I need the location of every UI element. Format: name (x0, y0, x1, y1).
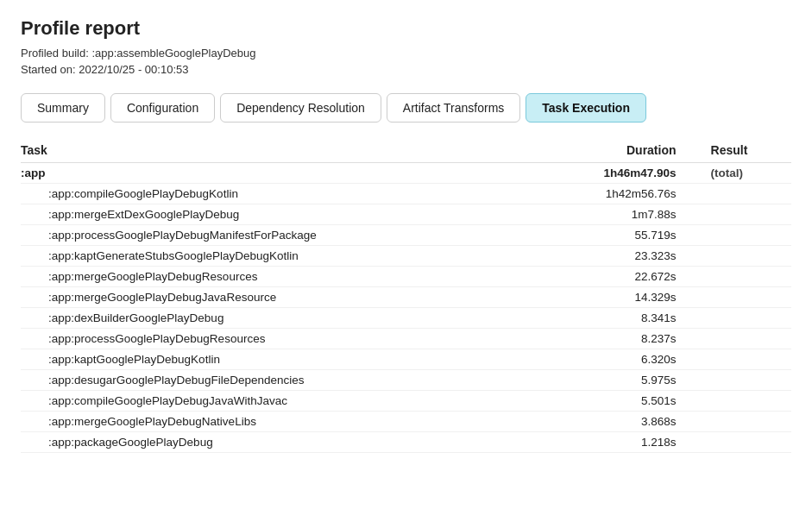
task-name: :app:processGooglePlayDebugManifestForPa… (21, 225, 531, 246)
task-duration: 6.320s (531, 349, 703, 370)
table-row: :app:processGooglePlayDebugResources8.23… (21, 329, 791, 349)
task-duration: 8.341s (531, 308, 703, 329)
task-duration: 1m7.88s (531, 204, 703, 225)
task-result (704, 225, 791, 246)
started-value: 2022/10/25 - 00:10:53 (79, 63, 188, 76)
profiled-value: :app:assembleGooglePlayDebug (91, 47, 255, 60)
task-duration: 3.868s (531, 412, 703, 432)
task-result (704, 308, 791, 329)
task-duration: 14.329s (531, 287, 703, 308)
task-name: :app:mergeExtDexGooglePlayDebug (21, 204, 531, 225)
task-result (704, 184, 791, 204)
task-result (704, 204, 791, 225)
task-name: :app:compileGooglePlayDebugKotlin (21, 184, 531, 204)
tab-configuration[interactable]: Configuration (110, 93, 215, 123)
task-result (704, 370, 791, 391)
task-result: (total) (704, 163, 791, 184)
tab-summary[interactable]: Summary (21, 93, 105, 123)
task-execution-table: Task Duration Result :app1h46m47.90s(tot… (21, 138, 791, 453)
started-on-line: Started on: 2022/10/25 - 00:10:53 (21, 63, 791, 76)
task-result (704, 246, 791, 267)
table-row: :app1h46m47.90s(total) (21, 163, 791, 184)
task-duration: 23.323s (531, 246, 703, 267)
profiled-build-line: Profiled build: :app:assembleGooglePlayD… (21, 47, 791, 60)
task-name: :app:dexBuilderGooglePlayDebug (21, 308, 531, 329)
tab-task-execution[interactable]: Task Execution (526, 93, 646, 123)
col-header-task: Task (21, 138, 531, 163)
tab-artifact-transforms[interactable]: Artifact Transforms (387, 93, 520, 123)
profiled-label: Profiled build: (21, 47, 89, 60)
table-row: :app:mergeGooglePlayDebugResources22.672… (21, 267, 791, 287)
col-header-duration: Duration (531, 138, 703, 163)
task-name: :app (21, 163, 531, 184)
task-result (704, 349, 791, 370)
table-row: :app:kaptGenerateStubsGooglePlayDebugKot… (21, 246, 791, 267)
task-duration: 8.237s (531, 329, 703, 349)
table-row: :app:processGooglePlayDebugManifestForPa… (21, 225, 791, 246)
task-name: :app:mergeGooglePlayDebugJavaResource (21, 287, 531, 308)
table-row: :app:compileGooglePlayDebugJavaWithJavac… (21, 391, 791, 412)
task-duration: 1h42m56.76s (531, 184, 703, 204)
task-duration: 5.975s (531, 370, 703, 391)
table-row: :app:packageGooglePlayDebug1.218s (21, 432, 791, 453)
task-duration: 22.672s (531, 267, 703, 287)
col-header-result: Result (704, 138, 791, 163)
table-row: :app:compileGooglePlayDebugKotlin1h42m56… (21, 184, 791, 204)
task-name: :app:packageGooglePlayDebug (21, 432, 531, 453)
task-duration: 55.719s (531, 225, 703, 246)
task-duration: 1h46m47.90s (531, 163, 703, 184)
task-result (704, 287, 791, 308)
task-name: :app:mergeGooglePlayDebugResources (21, 267, 531, 287)
task-name: :app:mergeGooglePlayDebugNativeLibs (21, 412, 531, 432)
task-duration: 5.501s (531, 391, 703, 412)
table-row: :app:dexBuilderGooglePlayDebug8.341s (21, 308, 791, 329)
task-result (704, 329, 791, 349)
started-label: Started on: (21, 63, 76, 76)
page-title: Profile report (21, 17, 791, 40)
task-name: :app:kaptGenerateStubsGooglePlayDebugKot… (21, 246, 531, 267)
task-result (704, 267, 791, 287)
task-result (704, 412, 791, 432)
task-result (704, 391, 791, 412)
task-name: :app:kaptGooglePlayDebugKotlin (21, 349, 531, 370)
table-row: :app:mergeExtDexGooglePlayDebug1m7.88s (21, 204, 791, 225)
table-row: :app:mergeGooglePlayDebugNativeLibs3.868… (21, 412, 791, 432)
table-row: :app:mergeGooglePlayDebugJavaResource14.… (21, 287, 791, 308)
task-result (704, 432, 791, 453)
table-row: :app:kaptGooglePlayDebugKotlin6.320s (21, 349, 791, 370)
task-name: :app:desugarGooglePlayDebugFileDependenc… (21, 370, 531, 391)
tabs-bar: SummaryConfigurationDependency Resolutio… (21, 93, 791, 123)
task-name: :app:processGooglePlayDebugResources (21, 329, 531, 349)
tab-dependency-resolution[interactable]: Dependency Resolution (220, 93, 381, 123)
task-duration: 1.218s (531, 432, 703, 453)
table-row: :app:desugarGooglePlayDebugFileDependenc… (21, 370, 791, 391)
task-name: :app:compileGooglePlayDebugJavaWithJavac (21, 391, 531, 412)
